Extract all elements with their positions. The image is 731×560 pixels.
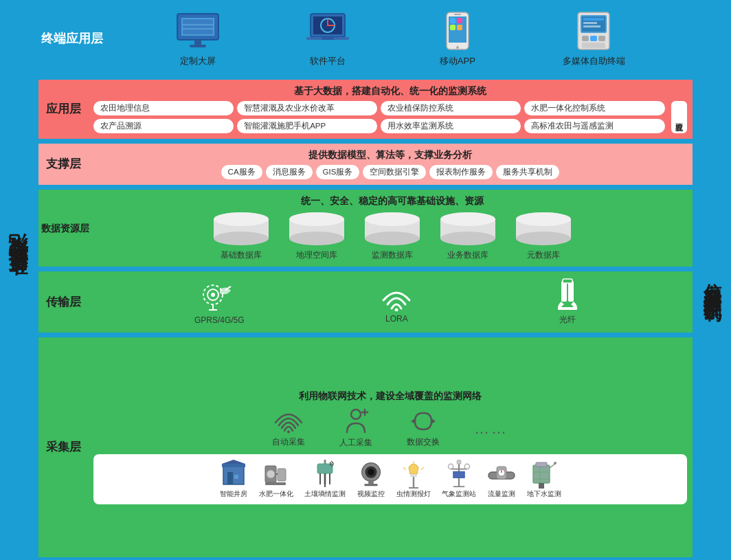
svg-rect-14 xyxy=(457,18,462,23)
data-layer-row: 数据资源层 统一、安全、稳定的高可靠基础设施、资源 基础数据库 xyxy=(38,188,693,267)
application-layer-row: 应用层 基于大数据，搭建自动化、统一化的监测系统 农田地理信息 智慧灌溉及农业水… xyxy=(38,78,693,139)
transfer-label: 传输层 xyxy=(38,271,88,333)
terminal-label: 终端应用层 xyxy=(38,3,106,75)
transfer-content: GPRS/4G/5G LORA xyxy=(88,271,693,333)
software-platform-icon xyxy=(303,10,352,52)
svg-rect-107 xyxy=(539,483,544,489)
app-tag-0: 农田地理信息 xyxy=(93,101,234,115)
application-tags-wrapper: 农田地理信息 智慧灌溉及农业水价改革 农业植保防控系统 水肥一体化控制系统 农产… xyxy=(93,101,687,133)
device-water-fertilizer: 水肥一体化 xyxy=(259,460,293,499)
svg-rect-16 xyxy=(457,25,462,30)
data-label: 数据资源层 xyxy=(38,190,92,267)
main-content: 终端应用层 定制大屏 xyxy=(36,0,695,560)
transfer-layer-row: 传输层 GPRS/4G/5G xyxy=(38,269,693,333)
collect-manual-label: 人工采集 xyxy=(339,437,372,449)
svg-rect-25 xyxy=(582,36,589,41)
support-layer-row: 支撑层 提供数据模型、算法等，支撑业务分析 CA服务 消息服务 GIS服务 空间… xyxy=(38,142,693,185)
svg-rect-69 xyxy=(227,472,233,484)
collect-dots-text: …… xyxy=(474,420,508,438)
svg-rect-57 xyxy=(561,281,567,302)
transfer-label-lora: LORA xyxy=(385,314,408,324)
svg-point-47 xyxy=(516,232,571,245)
svg-rect-58 xyxy=(568,281,574,302)
application-label: 应用层 xyxy=(38,80,88,139)
db-item-4: 元数据库 xyxy=(513,211,574,261)
svg-rect-27 xyxy=(598,36,605,41)
svg-rect-28 xyxy=(582,43,605,48)
application-tags-grid: 农田地理信息 智慧灌溉及农业水价改革 农业植保防控系统 水肥一体化控制系统 农产… xyxy=(93,101,665,133)
device-smart-well: 智能井房 xyxy=(219,460,248,499)
app-tag-5: 智能灌溉施肥手机APP xyxy=(237,119,377,133)
support-tag-5: 服务共享机制 xyxy=(496,165,559,179)
water-fertilizer-label: 水肥一体化 xyxy=(259,489,293,499)
custom-screen-icon xyxy=(173,10,223,52)
db-item-3: 业务数据库 xyxy=(437,211,499,261)
app-tag-6: 用水效率监测系统 xyxy=(381,119,521,133)
svg-rect-60 xyxy=(563,279,572,283)
support-header: 提供数据模型、算法等，支撑业务分析 xyxy=(308,149,472,161)
data-layer-title: 数据资源层 xyxy=(41,221,89,236)
svg-rect-86 xyxy=(410,474,417,477)
data-header: 统一、安全、稳定的高可靠基础设施、资源 xyxy=(301,195,484,208)
svg-rect-18 xyxy=(454,14,461,15)
db-item-2: 监测数据库 xyxy=(361,211,423,261)
application-header: 基于大数据，搭建自动化、统一化的监测系统 xyxy=(294,85,486,98)
svg-point-83 xyxy=(368,469,374,475)
svg-rect-108 xyxy=(536,462,547,467)
svg-line-89 xyxy=(403,467,406,470)
device-soil-moisture: 土壤墒情监测 xyxy=(304,460,346,499)
camera-label: 视频监控 xyxy=(357,489,385,499)
svg-point-95 xyxy=(448,464,453,469)
svg-point-56 xyxy=(395,308,398,311)
svg-rect-6 xyxy=(190,45,206,47)
svg-rect-72 xyxy=(278,469,286,481)
svg-rect-103 xyxy=(533,465,550,483)
pest-lamp-icon xyxy=(399,460,428,487)
support-tag-4: 报表制作服务 xyxy=(429,165,493,179)
svg-rect-22 xyxy=(583,18,604,21)
db-label-3: 业务数据库 xyxy=(447,249,488,261)
device-camera: 视频监控 xyxy=(357,460,385,499)
weather-station-label: 气象监测站 xyxy=(442,489,476,499)
svg-rect-24 xyxy=(583,25,600,27)
svg-point-96 xyxy=(464,464,469,469)
db-item-1: 地理空间库 xyxy=(286,211,348,261)
svg-rect-75 xyxy=(265,482,286,485)
svg-point-110 xyxy=(554,462,556,464)
collect-method-auto: 自动采集 xyxy=(272,409,305,448)
transfer-item-fiber: 光纤 xyxy=(549,278,586,326)
svg-point-61 xyxy=(287,431,290,434)
db-item-0: 基础数据库 xyxy=(210,211,272,261)
terminal-layer-title: 终端应用层 xyxy=(41,30,103,48)
flow-monitor-label: 流量监测 xyxy=(488,489,515,499)
multimedia-terminal-label: 多媒体自助终端 xyxy=(563,55,625,67)
device-flow-monitor: 流量监测 xyxy=(487,460,516,499)
svg-rect-97 xyxy=(453,471,464,478)
collect-layer-title: 采集层 xyxy=(46,438,81,456)
svg-rect-10 xyxy=(322,37,334,40)
svg-rect-5 xyxy=(194,40,201,45)
collect-methods: 自动采集 人工采集 xyxy=(272,408,508,449)
svg-rect-67 xyxy=(223,465,244,484)
mobile-app-icon xyxy=(433,10,482,52)
svg-point-62 xyxy=(351,410,361,419)
svg-point-51 xyxy=(211,293,215,297)
transfer-label-fiber: 光纤 xyxy=(559,314,576,326)
groundwater-icon xyxy=(530,460,559,487)
terminal-layer-row: 终端应用层 定制大屏 xyxy=(38,3,693,75)
svg-point-32 xyxy=(214,212,269,226)
collect-header: 利用物联网技术，建设全域覆盖的监测网络 xyxy=(299,390,482,403)
transfer-label-gprs: GPRS/4G/5G xyxy=(194,315,245,325)
right-label: 信息安全与运行维护机制 xyxy=(695,0,731,560)
support-tag-2: GIS服务 xyxy=(316,165,360,179)
app-tag-3: 水肥一体化控制系统 xyxy=(524,101,664,115)
soil-moisture-label: 土壤墒情监测 xyxy=(304,489,346,499)
svg-point-48 xyxy=(516,212,571,226)
mobile-app-label: 移动APP xyxy=(440,55,475,67)
svg-line-53 xyxy=(228,287,231,288)
svg-point-44 xyxy=(440,212,495,226)
db-label-0: 基础数据库 xyxy=(221,249,262,261)
device-weather-station: 气象监测站 xyxy=(442,460,476,499)
svg-rect-70 xyxy=(234,475,238,479)
collect-dots: …… xyxy=(474,420,508,438)
